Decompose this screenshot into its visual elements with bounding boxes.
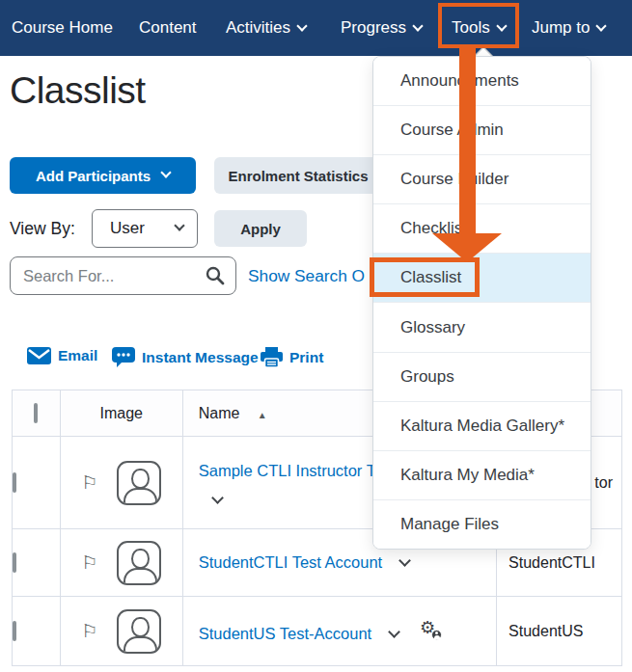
header-image: Image: [60, 390, 182, 437]
nav-content[interactable]: Content: [139, 0, 197, 56]
email-action[interactable]: Email: [27, 347, 97, 364]
user-name-link[interactable]: Sample CTLI Instructor Te: [199, 462, 383, 479]
user-name-link[interactable]: StudentUS Test-Account: [199, 625, 371, 642]
chevron-down-icon: [296, 20, 307, 31]
user-name-link[interactable]: StudentCTLI Test Account: [199, 553, 382, 571]
accommodations-gear-icon[interactable]: ⚙: [420, 620, 441, 639]
chevron-down-icon: [160, 167, 171, 177]
show-search-options-link[interactable]: Show Search O: [248, 256, 365, 295]
row-checkbox[interactable]: [13, 552, 16, 573]
menu-item-kaltura-media-gallery[interactable]: Kaltura Media Gallery*: [373, 401, 591, 450]
chevron-down-icon[interactable]: [211, 492, 224, 504]
chevron-down-icon[interactable]: [398, 554, 411, 567]
avatar: [117, 541, 161, 585]
sort-ascending-icon: ▲: [258, 410, 267, 420]
avatar: [117, 461, 161, 505]
table-row: ⚐ StudentUS Test-Account ⚙ StudentUS: [13, 597, 622, 666]
add-participants-button[interactable]: Add Participants: [10, 157, 196, 194]
search-icon[interactable]: [205, 265, 226, 286]
nav-course-home[interactable]: Course Home: [12, 0, 113, 56]
menu-item-announcements[interactable]: Announcements: [373, 57, 591, 105]
chevron-down-icon: [596, 20, 607, 31]
last-column-value: StudentUS: [497, 597, 622, 666]
flag-icon[interactable]: ⚐: [81, 471, 97, 494]
nav-activities[interactable]: Activities: [226, 0, 306, 56]
header-select-all-cell: [13, 390, 61, 437]
menu-item-groups[interactable]: Groups: [373, 352, 591, 401]
menu-item-glossary[interactable]: Glossary: [373, 302, 591, 351]
flag-icon[interactable]: ⚐: [81, 551, 97, 574]
chevron-down-icon: [174, 220, 184, 230]
menu-item-course-builder[interactable]: Course Builder: [373, 154, 591, 203]
avatar: [117, 609, 161, 654]
chevron-down-icon: [496, 20, 507, 31]
search-field-wrap: [10, 256, 236, 295]
select-all-checkbox[interactable]: [34, 403, 38, 423]
email-icon: [27, 347, 51, 364]
annotation-arrow-shaft: [459, 44, 476, 234]
apply-button[interactable]: Apply: [214, 210, 307, 247]
view-by-select[interactable]: User: [92, 209, 198, 248]
chevron-down-icon: [412, 20, 423, 31]
row-checkbox[interactable]: [13, 621, 16, 641]
page-title: Classlist: [10, 69, 146, 112]
view-by-label: View By:: [10, 209, 75, 248]
annotation-arrow-head: [432, 233, 502, 262]
instant-message-action[interactable]: Instant Message: [112, 347, 259, 367]
print-action[interactable]: Print: [261, 347, 323, 367]
menu-item-manage-files[interactable]: Manage Files: [373, 499, 591, 549]
row-checkbox[interactable]: [13, 472, 16, 493]
enrolment-statistics-button[interactable]: Enrolment Statistics: [214, 157, 382, 194]
menu-item-kaltura-my-media[interactable]: Kaltura My Media*: [373, 450, 591, 499]
menu-item-course-admin[interactable]: Course Admin: [373, 105, 591, 154]
instant-message-icon: [112, 347, 135, 367]
nav-jump-to[interactable]: Jump to: [532, 0, 605, 56]
nav-progress[interactable]: Progress: [341, 0, 422, 56]
chevron-down-icon[interactable]: [388, 626, 400, 638]
print-icon: [261, 347, 283, 367]
flag-icon[interactable]: ⚐: [81, 620, 97, 642]
tools-dropdown-menu: Announcements Course Admin Course Builde…: [372, 56, 591, 550]
search-input[interactable]: [10, 256, 236, 295]
top-navbar: Course Home Content Activities Progress …: [0, 0, 632, 56]
